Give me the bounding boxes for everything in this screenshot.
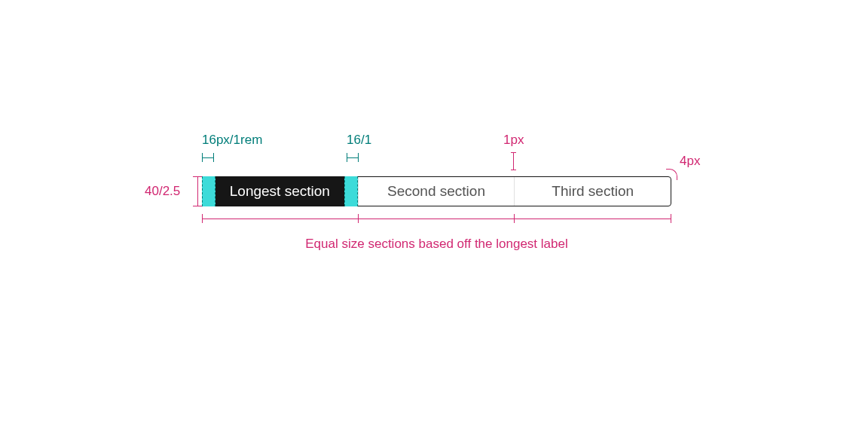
divider-tick [513, 152, 514, 170]
content-switcher: Longest section Second section Third sec… [202, 176, 671, 206]
height-ibeam [193, 176, 202, 206]
padding-highlight-right [344, 176, 358, 206]
corner-radius-label: 4px [680, 154, 700, 169]
segment-3[interactable]: Third section [514, 177, 671, 206]
sizing-diagram: 16px/1rem 16/1 1px 4px 40/2.5 Longest se… [202, 176, 671, 206]
segment-2[interactable]: Second section [358, 177, 515, 206]
segment-selected[interactable]: Longest section [202, 176, 358, 206]
height-label: 40/2.5 [145, 184, 180, 199]
padding-left-label: 16px/1rem [202, 133, 262, 148]
segment-label: Third section [552, 183, 634, 200]
padding-left-cap [202, 155, 214, 164]
equal-size-caption: Equal size sections based off the longes… [202, 237, 671, 252]
padding-right-cap [347, 155, 359, 164]
segment-label: Longest section [230, 183, 330, 200]
padding-right-label: 16/1 [347, 133, 371, 148]
divider-width-label: 1px [503, 133, 524, 148]
segment-label: Second section [387, 183, 485, 200]
padding-highlight-left [202, 176, 215, 206]
